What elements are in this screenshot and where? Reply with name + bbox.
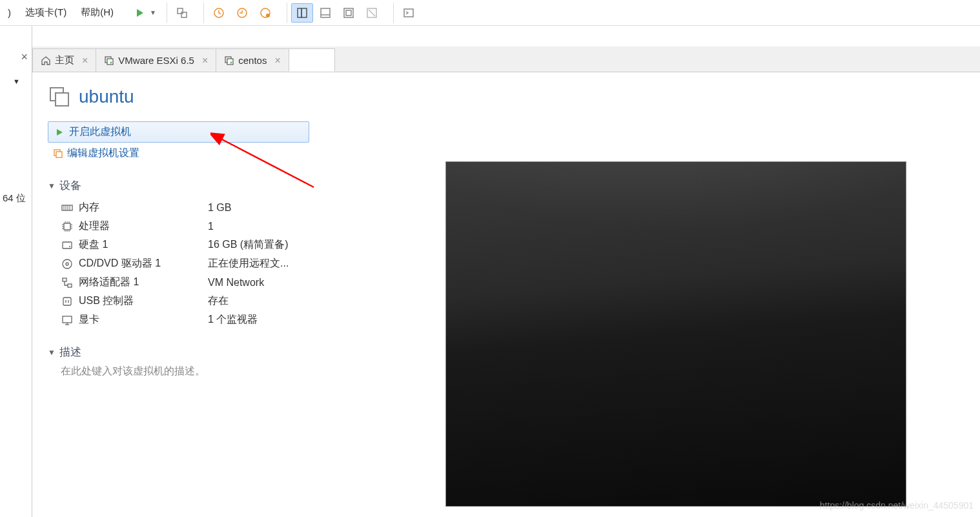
console-button[interactable]	[398, 3, 420, 23]
send-icon	[176, 7, 188, 19]
power-on-button[interactable]: 开启此虚拟机	[48, 121, 309, 143]
device-value: 存在	[208, 294, 229, 308]
home-icon	[41, 56, 51, 66]
edit-settings-label: 编辑虚拟机设置	[67, 147, 139, 160]
single-icon	[320, 7, 331, 19]
cpu-icon	[61, 220, 74, 233]
clock-gear-icon	[260, 7, 271, 19]
edit-icon	[53, 148, 63, 159]
svg-rect-1	[181, 12, 187, 17]
menu-help[interactable]: 帮助(H)	[76, 4, 119, 21]
svg-rect-11	[346, 10, 351, 15]
clock-icon	[213, 7, 225, 19]
tab-centos[interactable]: centos ×	[216, 48, 289, 72]
svg-point-43	[63, 259, 72, 269]
device-name: CD/DVD 驱动器 1	[79, 257, 208, 270]
svg-rect-46	[68, 284, 72, 287]
device-name: USB 控制器	[79, 294, 208, 308]
device-value: 16 GB (精简置备)	[208, 238, 288, 252]
tab-ubuntu[interactable]	[289, 48, 335, 72]
svg-rect-23	[62, 205, 72, 210]
memory-icon	[61, 201, 74, 214]
network-icon	[61, 276, 74, 289]
tab-label: VMware ESXi 6.5	[118, 55, 194, 66]
sidebar-close-button[interactable]: ×	[21, 50, 28, 64]
svg-rect-16	[107, 59, 113, 65]
left-sidebar: × ▼ 64 位	[0, 26, 32, 517]
svg-line-13	[369, 10, 375, 16]
tab-label: 主页	[55, 54, 74, 66]
snapshot-manage-button[interactable]	[254, 3, 276, 23]
svg-rect-47	[63, 298, 71, 305]
tabbar: 主页 × VMware ESXi 6.5 × centos ×	[32, 46, 980, 72]
device-name: 处理器	[79, 219, 208, 233]
menubar: ) 选项卡(T) 帮助(H) ▼	[0, 0, 980, 26]
unity-button[interactable]	[361, 3, 383, 23]
svg-rect-6	[298, 8, 301, 17]
svg-rect-20	[56, 93, 68, 106]
tab-label: centos	[238, 55, 267, 66]
svg-rect-0	[178, 8, 183, 14]
vm-title: ubuntu	[79, 86, 134, 107]
play-button[interactable]	[129, 3, 151, 23]
chevron-down-icon: ▼	[48, 181, 56, 190]
svg-rect-48	[63, 316, 72, 323]
unity-icon	[366, 7, 378, 19]
description-title: 描述	[59, 345, 81, 360]
svg-rect-41	[63, 242, 72, 248]
display-icon	[61, 314, 74, 327]
svg-rect-22	[56, 152, 62, 157]
devices-title: 设备	[59, 178, 81, 193]
tab-close-button[interactable]: ×	[82, 55, 88, 66]
chevron-down-icon: ▼	[48, 348, 56, 357]
tab-close-button[interactable]: ×	[274, 55, 280, 66]
play-dropdown[interactable]: ▼	[150, 9, 156, 16]
clock-back-icon	[236, 7, 248, 19]
svg-rect-8	[321, 8, 330, 17]
vm-large-icon	[48, 85, 71, 108]
vm-icon	[104, 56, 114, 66]
device-name: 网络适配器 1	[79, 276, 208, 289]
svg-point-5	[266, 14, 270, 17]
cd-icon	[61, 258, 74, 270]
play-icon	[135, 8, 145, 18]
svg-rect-10	[344, 8, 353, 17]
device-value: 1 个监视器	[208, 313, 258, 327]
view-thumbnails-button[interactable]	[291, 3, 313, 23]
edit-settings-link[interactable]: 编辑虚拟机设置	[48, 144, 309, 163]
tab-esxi[interactable]: VMware ESXi 6.5 ×	[96, 48, 216, 72]
vm-icon	[224, 56, 234, 66]
power-on-label: 开启此虚拟机	[69, 125, 131, 139]
view-single-button[interactable]	[314, 3, 336, 23]
device-value: 1	[208, 221, 214, 232]
console-icon	[403, 7, 414, 19]
svg-rect-18	[227, 59, 233, 65]
send-button[interactable]	[171, 3, 193, 23]
sidebar-os-label: 64 位	[3, 192, 26, 205]
menu-partial[interactable]: )	[3, 5, 16, 21]
vm-header: ubuntu	[48, 85, 965, 108]
svg-rect-28	[64, 223, 70, 230]
svg-rect-7	[301, 8, 307, 17]
fullscreen-button[interactable]	[338, 3, 360, 23]
disk-icon	[61, 239, 74, 252]
device-value: 正在使用远程文...	[208, 257, 289, 270]
snapshot-revert-button[interactable]	[231, 3, 253, 23]
device-name: 硬盘 1	[79, 238, 208, 252]
device-name: 显卡	[79, 313, 208, 327]
svg-rect-45	[63, 278, 66, 281]
watermark: https://blog.csdn.net/weixin_44505901	[820, 500, 974, 511]
menu-tabs[interactable]: 选项卡(T)	[20, 4, 72, 21]
tab-close-button[interactable]: ×	[202, 55, 208, 66]
thumbnails-icon	[296, 7, 308, 19]
sidebar-dropdown[interactable]: ▼	[13, 77, 20, 85]
device-value: VM Network	[208, 277, 264, 289]
device-name: 内存	[79, 201, 208, 214]
device-value: 1 GB	[208, 202, 231, 214]
fullscreen-icon	[343, 7, 354, 19]
play-icon	[55, 128, 64, 137]
svg-point-42	[69, 246, 70, 247]
snapshot-button[interactable]	[208, 3, 230, 23]
vm-preview[interactable]	[445, 161, 906, 507]
tab-home[interactable]: 主页 ×	[32, 48, 96, 72]
